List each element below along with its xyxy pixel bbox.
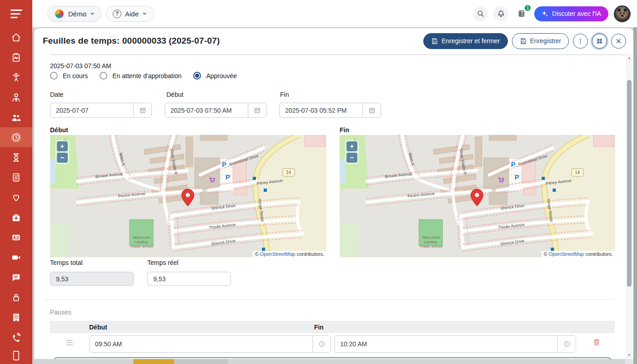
status-radio-group: En cours En attente d'approbation Approu… xyxy=(50,72,237,80)
end-calendar-button[interactable] xyxy=(362,103,381,117)
hscroll-segment xyxy=(174,359,228,364)
map-start-label: Début xyxy=(50,126,68,134)
radio-approuvee[interactable]: Approuvée xyxy=(193,72,237,80)
save-and-close-button[interactable]: Enregistrer et fermer xyxy=(423,33,507,49)
date-input[interactable] xyxy=(50,103,133,117)
hscroll-thumb[interactable] xyxy=(133,359,174,364)
zoom-out-button[interactable]: − xyxy=(346,153,357,163)
chat-ai-label: Discuter avec l'IA xyxy=(552,10,601,17)
sidebar-item-home[interactable] xyxy=(0,27,32,47)
pause-start-input[interactable] xyxy=(90,336,312,352)
calendar-icon xyxy=(139,107,146,114)
zoom-in-button[interactable]: + xyxy=(346,141,357,151)
sidebar-item-favorites[interactable] xyxy=(0,187,32,207)
more-options-button[interactable] xyxy=(573,34,588,49)
sidebar-item-children[interactable] xyxy=(0,67,32,87)
zoom-out-button[interactable]: − xyxy=(57,153,68,163)
sidebar-item-security[interactable] xyxy=(0,287,32,307)
user-avatar[interactable] xyxy=(614,5,631,22)
real-time-field xyxy=(147,272,231,286)
billing-button[interactable]: 1 xyxy=(514,6,529,21)
pause-end-input[interactable] xyxy=(335,336,557,352)
sidebar-item-video[interactable] xyxy=(0,247,32,267)
delete-pause-button[interactable] xyxy=(592,338,601,346)
scroll-up-icon[interactable]: ▲ xyxy=(626,55,632,61)
collapse-button[interactable] xyxy=(592,34,607,49)
section-divider xyxy=(43,299,615,300)
notifications-button[interactable] xyxy=(493,6,508,21)
sidebar-item-idcards[interactable] xyxy=(0,227,32,247)
timesheet-modal: Feuilles de temps: 000000033 (2025-07-07… xyxy=(34,28,633,364)
horizontal-scrollbar[interactable] xyxy=(34,359,633,364)
row-drag-handle-icon[interactable] xyxy=(66,340,73,345)
phone-icon xyxy=(11,332,21,343)
svg-text:Public School: Public School xyxy=(420,244,442,249)
people-icon xyxy=(11,112,21,123)
sidebar-item-timesheets[interactable] xyxy=(0,127,32,147)
radio-en-attente[interactable]: En attente d'approbation xyxy=(100,72,181,80)
real-time-label: Temps réel xyxy=(147,259,178,266)
end-input[interactable] xyxy=(280,103,362,117)
sidebar xyxy=(0,0,32,364)
start-input[interactable] xyxy=(165,103,248,117)
page-scrollbar[interactable] xyxy=(633,27,637,364)
map-start[interactable]: + − © OpenStreetMap contributors. xyxy=(50,135,326,257)
vertical-scrollbar[interactable]: ▲ ▼ xyxy=(626,55,632,359)
openstreetmap-link[interactable]: OpenStreetMap xyxy=(260,251,296,257)
sidebar-item-medical[interactable] xyxy=(0,207,32,227)
sidebar-item-reports[interactable] xyxy=(0,47,32,67)
openstreetmap-canvas[interactable]: P P 14 Miles A Silver Maple R Brumstead … xyxy=(50,135,326,257)
collapse-icon xyxy=(596,38,603,45)
calendar-icon xyxy=(368,107,376,114)
clock-icon xyxy=(11,132,21,143)
bell-icon xyxy=(497,10,505,18)
pause-start-clock-button[interactable] xyxy=(312,336,331,352)
help-menu[interactable]: ? Aide xyxy=(106,6,154,22)
sidebar-item-calls[interactable] xyxy=(0,327,32,347)
save-button[interactable]: Enregistrer xyxy=(512,33,569,49)
start-calendar-button[interactable] xyxy=(248,103,266,117)
date-calendar-button[interactable] xyxy=(133,103,151,117)
sidebar-item-devices[interactable] xyxy=(0,347,32,357)
sidebar-item-messages[interactable] xyxy=(0,267,32,287)
sidebar-item-team[interactable] xyxy=(0,107,32,127)
child-icon xyxy=(11,72,21,83)
search-button[interactable] xyxy=(473,6,488,21)
pause-start-field xyxy=(89,335,331,353)
document-icon xyxy=(11,172,21,183)
lock-icon xyxy=(11,292,21,303)
hscroll-arrow[interactable] xyxy=(625,359,633,364)
map-end[interactable]: + − © OpenStreetMap contributors. xyxy=(340,135,615,257)
total-time-label: Temps total xyxy=(50,259,83,266)
sidebar-item-company[interactable] xyxy=(0,307,32,327)
start-label: Début xyxy=(166,91,183,98)
workspace-selector[interactable]: Démo xyxy=(47,6,101,22)
id-card-icon xyxy=(11,232,21,243)
openstreetmap-link[interactable]: OpenStreetMap xyxy=(549,251,584,257)
scroll-down-icon[interactable]: ▼ xyxy=(626,353,632,358)
map-zoom-controls: + − xyxy=(55,140,69,164)
sidebar-item-clients[interactable] xyxy=(0,87,32,107)
total-time-field xyxy=(50,272,134,286)
sidebar-item-hourglass[interactable] xyxy=(0,147,32,167)
close-icon xyxy=(615,38,622,45)
pause-end-clock-button[interactable] xyxy=(557,336,576,352)
vscroll-thumb[interactable] xyxy=(627,80,632,287)
openstreetmap-canvas[interactable]: P P 14 Miles A Silver Maple R Brumstead … xyxy=(340,135,615,257)
close-button[interactable] xyxy=(611,34,626,49)
sparkle-icon xyxy=(542,10,548,17)
real-time-input[interactable] xyxy=(148,272,231,285)
radio-en-cours[interactable]: En cours xyxy=(50,72,88,80)
chat-ai-button[interactable]: Discuter avec l'IA xyxy=(534,6,608,21)
pauses-col-end: Fin xyxy=(314,324,324,331)
search-icon xyxy=(476,10,485,18)
device-icon xyxy=(11,350,21,361)
chevron-down-icon xyxy=(90,11,95,16)
app-logo-icon xyxy=(54,9,65,19)
chevron-down-icon xyxy=(142,11,147,16)
hamburger-menu-icon[interactable] xyxy=(0,0,32,27)
sidebar-item-invoices[interactable] xyxy=(0,167,32,187)
zoom-in-button[interactable]: + xyxy=(57,141,68,151)
notification-badge: 1 xyxy=(524,5,531,11)
person-tie-icon xyxy=(11,92,21,103)
